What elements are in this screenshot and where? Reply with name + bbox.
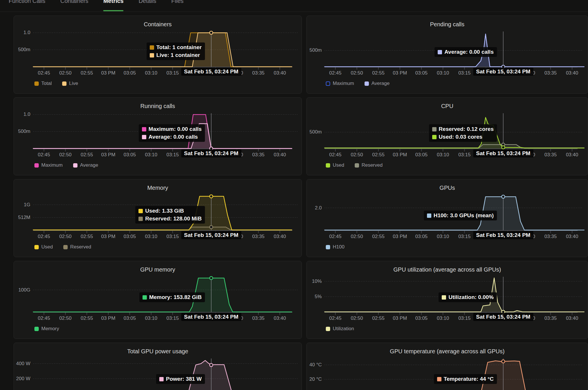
tooltip-row: Total: 1 container xyxy=(150,44,202,51)
x-axis-tick-label: 03:05 xyxy=(118,152,141,158)
x-axis-tick-label: 03:35 xyxy=(247,234,270,239)
x-axis-tick-label: 03:05 xyxy=(118,70,141,76)
tooltip-series-value: Reserved: 0.12 cores xyxy=(439,126,494,132)
x-axis-tick-label: 03:40 xyxy=(561,315,584,321)
x-axis-tick-label: 02:55 xyxy=(75,70,98,76)
x-axis-tick-label: 03:05 xyxy=(410,234,433,239)
legend-swatch xyxy=(34,327,39,331)
tab-metrics[interactable]: Metrics xyxy=(103,0,123,12)
x-axis-tick-label: 03:35 xyxy=(247,315,270,321)
x-axis-tick-label: 02:50 xyxy=(54,234,77,239)
legend-item-total[interactable]: Total xyxy=(34,81,52,86)
legend-item-maximum[interactable]: Maximum xyxy=(326,81,354,86)
legend-item-average[interactable]: Average xyxy=(73,162,98,168)
y-axis-tick-label: 512M xyxy=(7,215,30,220)
legend-swatch xyxy=(63,245,68,249)
x-axis-tick-label: 03:05 xyxy=(118,234,141,239)
legend-item-h100[interactable]: H100 xyxy=(326,244,345,250)
legend-item-reserved[interactable]: Reserved xyxy=(355,162,383,168)
legend-swatch xyxy=(365,81,369,86)
x-axis-tick-label: 02:50 xyxy=(345,152,368,158)
tab-label: Details xyxy=(138,0,156,4)
value-tooltip: Power: 381 W xyxy=(156,374,205,384)
chart-legend: UsedReserved xyxy=(34,244,91,250)
y-axis-tick-label: 500m xyxy=(299,129,322,135)
x-axis-tick-label: 03:10 xyxy=(431,315,454,321)
legend-label: H100 xyxy=(333,244,345,250)
tooltip-series-color-swatch xyxy=(438,50,442,54)
tab-containers[interactable]: Containers xyxy=(60,0,88,12)
x-axis-tick-label: 02:50 xyxy=(345,70,368,76)
legend-swatch xyxy=(326,81,330,86)
x-axis-tick-label: 03 PM xyxy=(97,234,120,239)
x-axis-tick-label: 03:40 xyxy=(561,70,584,76)
tooltip-row: Used: 0.03 cores xyxy=(432,134,494,140)
x-axis-tick-label: 02:55 xyxy=(367,234,390,239)
y-axis-tick-label: 5% xyxy=(299,294,322,300)
tooltip-series-value: Average: 0.00 calls xyxy=(149,134,198,140)
tab-function-calls[interactable]: Function Calls xyxy=(9,0,45,12)
x-axis-tick-label: 02:55 xyxy=(75,315,98,321)
x-axis-tick-label: 02:45 xyxy=(324,70,347,76)
legend-item-reserved[interactable]: Reserved xyxy=(63,244,91,250)
legend-item-live[interactable]: Live xyxy=(62,81,78,86)
tooltip-series-color-swatch xyxy=(150,45,154,50)
tab-bar: Function CallsContainersMetricsDetailsFi… xyxy=(0,0,588,12)
date-tooltip: Sat Feb 15, 03:24 PM xyxy=(181,231,241,239)
x-axis-tick-label: 02:45 xyxy=(324,315,347,321)
legend-swatch xyxy=(34,245,39,249)
x-axis-tick-label: 03:10 xyxy=(140,70,163,76)
legend-label: Reserved xyxy=(70,244,91,250)
tooltip-series-color-swatch xyxy=(442,295,446,300)
x-axis-tick-label: 03:05 xyxy=(410,315,433,321)
x-axis-tick-label: 03:35 xyxy=(539,70,562,76)
tooltip-series-color-swatch xyxy=(138,209,143,213)
x-axis-tick-label: 02:55 xyxy=(75,152,98,158)
tab-details[interactable]: Details xyxy=(138,0,156,12)
legend-label: Average xyxy=(371,81,390,86)
tab-files[interactable]: Files xyxy=(171,0,184,12)
tooltip-series-value: Used: 0.03 cores xyxy=(439,134,482,140)
x-axis-tick-label: 03:15 xyxy=(161,315,184,321)
tooltip-series-value: Average: 0.00 calls xyxy=(444,49,493,55)
tooltip-row: Temperature: 44 °C xyxy=(437,376,494,382)
chart-legend: MaximumAverage xyxy=(34,162,98,168)
tooltip-series-color-swatch xyxy=(138,217,143,221)
legend-label: Maximum xyxy=(41,162,63,168)
legend-swatch xyxy=(62,81,66,86)
x-axis-tick-label: 03:35 xyxy=(247,152,270,158)
tab-label: Containers xyxy=(60,0,88,4)
legend-swatch xyxy=(355,163,359,168)
legend-item-utilization[interactable]: Utilization xyxy=(326,326,354,332)
tooltip-series-color-swatch xyxy=(427,213,431,218)
series-hover-marker xyxy=(502,195,505,198)
x-axis-tick-label: 02:45 xyxy=(324,234,347,239)
x-axis-tick-label: 03 PM xyxy=(388,152,411,158)
legend-swatch xyxy=(326,327,330,331)
value-tooltip: Maximum: 0.00 callsAverage: 0.00 calls xyxy=(139,124,205,142)
x-axis-tick-label: 02:50 xyxy=(54,315,77,321)
y-axis-tick-label: 500m xyxy=(7,47,30,53)
legend-item-used[interactable]: Used xyxy=(34,244,53,250)
legend-item-used[interactable]: Used xyxy=(326,162,344,168)
chart-card-pending-calls: Pending calls500m02:4502:5002:5503 PM03:… xyxy=(306,16,588,94)
legend-item-memory[interactable]: Memory xyxy=(34,326,59,332)
x-axis-tick-label: 03 PM xyxy=(97,152,120,158)
date-tooltip: Sat Feb 15, 03:24 PM xyxy=(181,149,241,157)
legend-label: Live xyxy=(69,81,78,86)
value-tooltip: Total: 1 containerLive: 1 container xyxy=(147,42,205,60)
x-axis-tick-label: 03:40 xyxy=(268,234,291,239)
x-axis-tick-label: 03:10 xyxy=(431,70,454,76)
chart-legend: TotalLive xyxy=(34,81,78,86)
legend-item-average[interactable]: Average xyxy=(365,81,390,86)
y-axis-tick-label: 1.0 xyxy=(7,112,30,117)
legend-item-maximum[interactable]: Maximum xyxy=(34,162,63,168)
x-axis-tick-label: 03:15 xyxy=(453,234,476,239)
x-axis-tick-label: 03:35 xyxy=(539,234,562,239)
tooltip-series-color-swatch xyxy=(437,377,441,381)
tooltip-series-color-swatch xyxy=(432,135,437,139)
date-tooltip: Sat Feb 15, 03:24 PM xyxy=(473,313,533,321)
chart-card-running-calls: Running calls1.0500m02:4502:5002:5503 PM… xyxy=(14,97,302,175)
x-axis-tick-label: 03:15 xyxy=(161,234,184,239)
legend-swatch xyxy=(73,163,77,168)
